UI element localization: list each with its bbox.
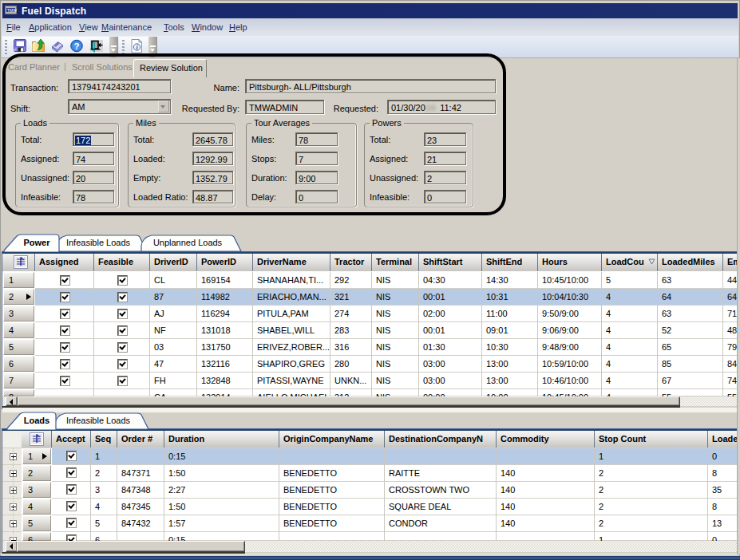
svg-text:?: ? (73, 41, 79, 51)
